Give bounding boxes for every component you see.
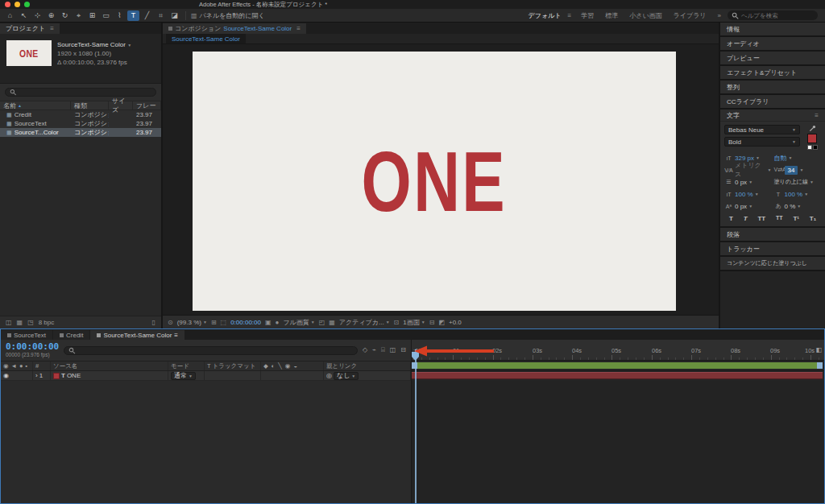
column-name[interactable]: 名前 ▲ — [0, 101, 71, 109]
column-size[interactable]: サイズ — [109, 101, 133, 109]
all-caps-button[interactable]: TT — [757, 215, 765, 222]
timeline-search-input[interactable] — [79, 347, 353, 354]
magnification-select[interactable]: (99.3 %) ▼ — [177, 319, 207, 326]
pixel-aspect-icon[interactable]: ⊟ — [429, 319, 435, 326]
timeline-tab-sourcetext[interactable]: SourceText — [1, 330, 52, 340]
workspace-menu-icon[interactable]: ≡ — [568, 12, 572, 19]
column-parent-link[interactable]: 親とリンク — [324, 361, 411, 370]
transparency-grid-icon[interactable]: ▦ — [329, 319, 335, 326]
clone-stamp-tool-icon[interactable]: ⌗ — [155, 10, 167, 21]
stroke-mode-select[interactable]: 塗りの上に線 ▼ — [774, 177, 822, 187]
column-frame[interactable]: フレー — [133, 101, 161, 109]
panel-effects-presets[interactable]: エフェクト&プリセット — [720, 66, 825, 79]
tab-project[interactable]: プロジェクト ≡ — [0, 23, 60, 34]
work-area-end-handle[interactable] — [817, 362, 823, 369]
minimize-window-button[interactable] — [15, 2, 20, 7]
view-layout-select[interactable]: 1画面 ▼ — [403, 318, 425, 327]
project-item-name[interactable]: SourceText-Same Color ▼ — [57, 41, 131, 48]
pickwhip-icon[interactable]: ◎ — [326, 372, 332, 379]
panel-info[interactable]: 情報 — [720, 23, 825, 35]
parent-select[interactable]: なし ▼ — [334, 372, 359, 380]
work-area-bar[interactable] — [412, 362, 823, 369]
zoom-tool-icon[interactable]: ⊕ — [45, 10, 57, 21]
composition-mini-flowchart-icon[interactable]: ◇ — [363, 346, 367, 354]
pan-behind-tool-icon[interactable]: ⊞ — [86, 10, 98, 21]
show-snapshot-icon[interactable]: ● — [276, 319, 280, 326]
panel-cc-libraries[interactable]: CCライブラリ — [720, 95, 825, 108]
workspace-small-screen[interactable]: 小さい画面 — [624, 11, 666, 20]
vertical-scale-field[interactable]: ıT 100 % ▼ — [724, 189, 772, 199]
workspace-libraries[interactable]: ライブラリ — [669, 11, 711, 20]
faux-italic-button[interactable]: T — [744, 215, 748, 222]
font-family-select[interactable]: Bebas Neue ▼ — [724, 125, 800, 134]
viewer-tab-sourcetext-same-color[interactable]: SourceText-Same Color — [166, 34, 246, 43]
layer-track-matte-cell[interactable] — [205, 371, 261, 380]
superscript-button[interactable]: T¹ — [793, 215, 799, 222]
brush-tool-icon[interactable]: ╱ — [141, 10, 153, 21]
current-time-display[interactable]: 0:00:00:00 00000 (23.976 fps) — [6, 342, 59, 357]
tab-composition[interactable]: コンポジション SourceText-Same Color ≡ — [163, 23, 306, 34]
close-window-button[interactable] — [5, 2, 10, 7]
workspace-standard[interactable]: 標準 — [600, 11, 623, 20]
orbit-camera-tool-icon[interactable]: ↻ — [59, 10, 71, 21]
panel-audio[interactable]: オーディオ — [720, 37, 825, 50]
new-composition-icon[interactable]: ◳ — [27, 319, 34, 326]
column-track-matte[interactable]: T トラックマット — [205, 361, 261, 370]
fast-previews-icon[interactable]: ◩ — [438, 319, 445, 326]
horizontal-scale-field[interactable]: T 100 % ▼ — [774, 189, 822, 199]
panel-content-aware-fill[interactable]: コンテンツに応じた塗りつぶし — [720, 257, 825, 270]
panel-tracker[interactable]: トラッカー — [720, 242, 825, 255]
panel-paragraph[interactable]: 段落 — [720, 228, 825, 241]
stroke-width-field[interactable]: ☰ 0 px ▼ — [724, 177, 772, 187]
column-source-name[interactable]: ソース名 — [51, 361, 168, 370]
panel-menu-icon[interactable]: ≡ — [174, 332, 178, 339]
small-caps-button[interactable]: TT — [776, 215, 783, 222]
column-type[interactable]: 種類 — [71, 101, 109, 109]
layer-switches-cell[interactable] — [261, 371, 324, 380]
layer-name-cell[interactable]: T ONE — [51, 371, 168, 380]
fill-color-swatch[interactable] — [807, 134, 817, 143]
panel-menu-icon[interactable]: ≡ — [296, 25, 301, 32]
help-search-field[interactable] — [728, 10, 818, 20]
project-row-sourcetext[interactable]: ▦SourceText コンポジション 23.97 — [0, 119, 161, 128]
hide-shy-layers-icon[interactable]: ⌸ — [381, 346, 385, 354]
timeline-search-field[interactable] — [64, 346, 358, 355]
mask-toggle-icon[interactable]: ⬚ — [221, 319, 227, 326]
fullscreen-window-button[interactable] — [24, 2, 30, 7]
character-panel-header[interactable]: 文字 ≡ — [720, 109, 825, 122]
column-mode[interactable]: モード — [168, 361, 205, 370]
snapshot-camera-icon[interactable]: ▣ — [265, 319, 272, 326]
motion-blur-icon[interactable]: ⊟ — [400, 346, 406, 354]
new-folder-icon[interactable]: ▦ — [17, 319, 23, 326]
trash-icon[interactable]: ▯ — [152, 319, 155, 326]
timeline-tab-sourcetext-same-color[interactable]: SourceText-Same Color ≡ — [90, 330, 184, 340]
type-tool-icon[interactable]: T — [127, 10, 139, 21]
eyedropper-icon[interactable] — [809, 125, 816, 132]
baseline-shift-field[interactable]: Aª 0 px ▼ — [724, 201, 772, 211]
draft-3d-icon[interactable]: ⌁ — [372, 346, 376, 354]
home-tool-icon[interactable]: ⌂ — [4, 10, 16, 21]
auto-open-panels-toggle[interactable]: ▥ パネルを自動的に開く — [191, 11, 265, 20]
view-layout-icon[interactable]: ⊡ — [394, 319, 400, 326]
camera-select[interactable]: アクティブカ... ▼ — [339, 318, 390, 327]
snapshot-icon[interactable]: ⊙ — [168, 319, 173, 326]
comp-marker-button[interactable]: ◧ — [815, 346, 822, 353]
bit-depth-label[interactable]: 8 bpc — [39, 319, 55, 326]
layer-duration-bar[interactable] — [412, 372, 823, 379]
panel-preview[interactable]: プレビュー — [720, 52, 825, 64]
shape-tool-icon[interactable]: ▭ — [100, 10, 112, 21]
metrics-select[interactable]: V∕A メトリクス ▼ — [724, 165, 772, 175]
faux-bold-button[interactable]: T — [729, 215, 733, 222]
project-row-sourcetext-same-color[interactable]: ▦SourceT...Color コンポジション 23.97 — [0, 128, 161, 137]
panel-menu-icon[interactable]: ≡ — [815, 112, 819, 119]
grid-guides-icon[interactable]: ⊞ — [211, 319, 217, 326]
tsume-field[interactable]: あ 0 % ▼ — [774, 201, 822, 211]
exposure-value[interactable]: +0.0 — [449, 319, 462, 326]
project-search-field[interactable] — [5, 88, 156, 97]
selection-tool-icon[interactable]: ↖ — [18, 10, 30, 21]
tracking-field[interactable]: V⇄A 34 ▼ — [774, 165, 822, 175]
layer-color-chip[interactable] — [53, 373, 60, 379]
hand-tool-icon[interactable]: ⊹ — [31, 10, 44, 21]
eraser-tool-icon[interactable]: ◪ — [168, 10, 180, 21]
interpret-footage-icon[interactable]: ◫ — [6, 319, 12, 326]
